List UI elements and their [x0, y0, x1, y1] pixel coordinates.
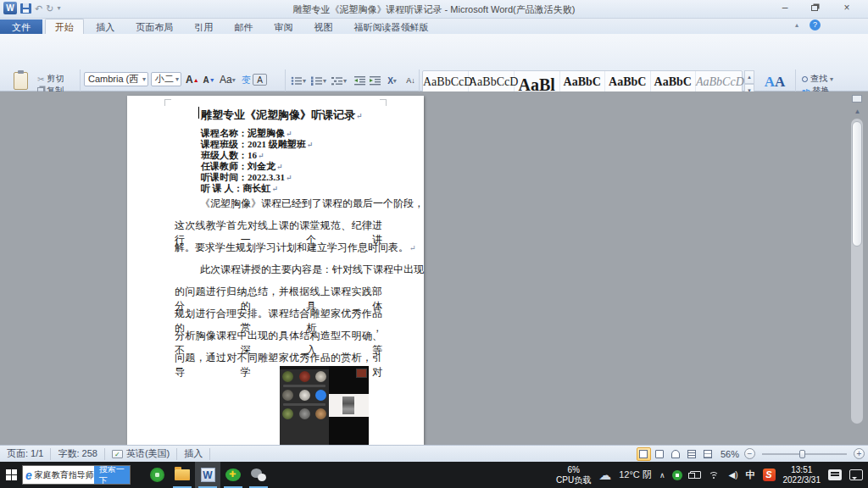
find-button[interactable]: 查找▾: [802, 73, 833, 85]
info-listener: 听 课 人：商长虹↵: [201, 182, 278, 195]
windows-logo-icon: [6, 469, 17, 480]
ie-icon: e: [23, 469, 35, 482]
word-app-icon: W: [3, 2, 17, 14]
taskbar-360browser[interactable]: [144, 462, 170, 488]
sculpture-photo: [342, 396, 354, 414]
zoom-slider[interactable]: [762, 453, 847, 455]
shrink-font-button[interactable]: A▼: [202, 72, 216, 87]
undo-icon[interactable]: ↶: [35, 3, 42, 14]
multilevel-list-button[interactable]: ▾: [331, 73, 348, 88]
increase-indent-icon: [370, 76, 381, 86]
cut-button[interactable]: ✂剪切: [37, 73, 64, 85]
participant-avatar: [282, 390, 293, 401]
folder-icon: [175, 469, 190, 480]
document-page[interactable]: 雕塑专业《泥塑胸像》听课记录↵ 课程名称：泥塑胸像↵ 课程班级：2021 级雕塑…: [127, 96, 424, 445]
gallery-up-icon[interactable]: ▲: [744, 70, 754, 84]
participant-avatar: [315, 390, 326, 401]
sort-button[interactable]: A↓: [403, 73, 418, 88]
close-button[interactable]: ×: [835, 0, 859, 16]
taskbar-wechat[interactable]: [246, 462, 271, 488]
numbering-icon: [311, 76, 323, 86]
grow-font-button[interactable]: A▲: [185, 72, 200, 87]
scroll-up-icon[interactable]: ▲: [852, 108, 863, 115]
search-input[interactable]: 家庭教育指导师: [35, 469, 94, 481]
taskbar: e 家庭教育指导师 搜索一下 W 6%CPU负载 ☁ 12°C 阴 ∧ ◀) 中…: [0, 462, 868, 488]
insert-mode[interactable]: 插入: [177, 446, 209, 463]
tray-360-icon[interactable]: [672, 470, 682, 480]
font-size-combo[interactable]: 小二▾: [151, 72, 181, 86]
redo-icon[interactable]: ↻: [46, 3, 53, 14]
bullets-button[interactable]: ▾: [290, 73, 307, 88]
system-tray: 6%CPU负载 ☁ 12°C 阴 ∧ ◀) 中 S 13:512022/3/31: [556, 465, 868, 485]
increase-indent-button[interactable]: [368, 73, 382, 88]
document-heading: 雕塑专业《泥塑胸像》听课记录↵: [201, 108, 363, 123]
font-family-combo[interactable]: Cambria (西▾: [84, 72, 148, 86]
view-fullscreen-reading[interactable]: [653, 447, 667, 461]
page-indicator[interactable]: 页面: 1/1: [0, 446, 50, 463]
participant-avatar: [299, 390, 310, 401]
view-draft[interactable]: [701, 447, 715, 461]
word-count[interactable]: 字数: 258: [51, 446, 103, 463]
minimize-button[interactable]: –: [773, 0, 797, 16]
numbering-button[interactable]: ▾: [310, 73, 327, 88]
phonetic-guide-button[interactable]: 变: [239, 72, 253, 87]
window-titlebar: W ↶ ↻ ▾ 雕塑专业《泥塑胸像》课程听课记录 - Microsoft Wor…: [0, 0, 868, 19]
view-outline[interactable]: [685, 447, 699, 461]
ribbon-tab-row: 文件 开始 插入 页面布局 引用 邮件 审阅 视图 福昕阅读器领鲜版: [0, 19, 868, 34]
restore-icon: [811, 5, 818, 11]
volume-icon[interactable]: ◀): [728, 470, 737, 480]
save-icon[interactable]: [20, 3, 31, 14]
find-icon: [802, 76, 808, 82]
view-web-layout[interactable]: [669, 447, 683, 461]
taskbar-search[interactable]: e 家庭教育指导师 搜索一下: [22, 465, 131, 485]
scrollbar-thumb[interactable]: [852, 121, 862, 247]
network-icon[interactable]: [690, 471, 701, 479]
weather-temp[interactable]: 12°C 阴: [619, 469, 652, 481]
proofing-icon: ✓: [112, 450, 123, 458]
start-button[interactable]: [0, 462, 22, 488]
participant-avatar: [299, 371, 310, 382]
cpu-load-widget[interactable]: 6%CPU负载: [556, 465, 591, 485]
zoom-slider-thumb[interactable]: [799, 450, 805, 458]
tray-expand-icon[interactable]: ∧: [659, 471, 665, 480]
asian-layout-button[interactable]: X▾: [385, 73, 399, 88]
restore-button[interactable]: [803, 0, 826, 16]
text-cursor: [198, 107, 199, 119]
action-center-icon[interactable]: [849, 469, 863, 480]
qat-customize-icon[interactable]: ▾: [57, 3, 60, 14]
proofing-status[interactable]: ✓英语(美国): [105, 446, 176, 463]
meeting-stage-panel: [329, 366, 369, 445]
character-border-button[interactable]: A: [253, 74, 267, 86]
help-icon[interactable]: ?: [810, 19, 821, 30]
360safe-icon: [225, 469, 241, 481]
zoom-in-button[interactable]: +: [854, 448, 865, 459]
ime-indicator[interactable]: 中: [746, 469, 755, 481]
zoom-out-button[interactable]: −: [744, 448, 755, 459]
sculpture-thumbnail: [356, 369, 367, 378]
desktop: W ↶ ↻ ▾ 雕塑专业《泥塑胸像》课程听课记录 - Microsoft Wor…: [0, 0, 868, 488]
decrease-indent-button[interactable]: [353, 73, 367, 88]
language-indicator: 英语(美国): [126, 447, 170, 460]
vertical-scrollbar[interactable]: ▲: [851, 93, 864, 445]
embedded-picture[interactable]: [280, 366, 369, 445]
paste-icon: [14, 72, 28, 90]
zoom-level[interactable]: 56%: [717, 446, 743, 463]
para2-line1: 此次课程讲授的主要内容是：针对线下课程中出现: [200, 263, 382, 277]
time: 13:51: [783, 465, 821, 475]
para1-line1: 《泥塑胸像》课程已经到了课程的最后一个阶段，: [200, 197, 382, 211]
taskbar-file-explorer[interactable]: [170, 462, 195, 488]
message-icon[interactable]: [828, 469, 842, 480]
wifi-icon[interactable]: [709, 470, 721, 480]
view-print-layout[interactable]: [637, 447, 651, 461]
change-case-button[interactable]: Aa▾: [219, 72, 236, 87]
sogou-tray-icon[interactable]: S: [763, 469, 776, 481]
collapse-ribbon-icon[interactable]: ▴: [795, 21, 798, 29]
ruler-toggle-icon[interactable]: [852, 95, 862, 103]
taskbar-360safe[interactable]: [220, 462, 246, 488]
status-bar: 页面: 1/1 字数: 258 ✓英语(美国) 插入 56% − +: [0, 445, 868, 462]
clock[interactable]: 13:512022/3/31: [783, 465, 821, 485]
search-go-button[interactable]: 搜索一下: [94, 465, 130, 485]
bullets-icon: [291, 76, 303, 86]
word-icon: W: [201, 468, 215, 482]
taskbar-word[interactable]: W: [195, 462, 220, 488]
